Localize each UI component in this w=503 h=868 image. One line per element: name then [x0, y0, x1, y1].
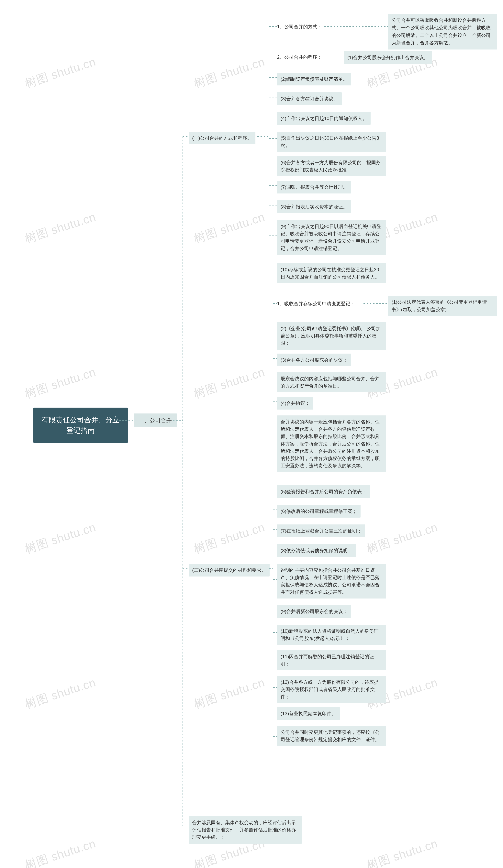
- node-text: (10)新增股东的法人资格证明或自然人的身份证明和《公司股东(发起人)名录》；: [280, 628, 379, 641]
- node-text: (4)自作出决议之日起10日内通知债权人。: [280, 116, 367, 121]
- node-procedure-step-2[interactable]: (2)编制资产负债表及财产清单。: [277, 73, 351, 85]
- node-company-merger[interactable]: 一、公司合并: [134, 413, 177, 427]
- node-text: (13)营业执照副本复印件。: [280, 711, 336, 716]
- node-procedure-step-6[interactable]: (6)合并各方或者一方为股份有限公司的，报国务院授权部门或省级人民政府批准。: [277, 156, 386, 176]
- node-material-8[interactable]: (8)债务清偿或者债务担保的说明；: [277, 544, 356, 557]
- watermark: 树图 shutu.cn: [365, 519, 440, 557]
- node-text: (2)《企业(公司)申请登记委托书》(领取，公司加盖公章)，应标明具体委托事项和…: [280, 326, 381, 346]
- node-materials-requirements[interactable]: (二)公司合并应提交的材料和要求。: [189, 564, 269, 577]
- node-procedure-step-10[interactable]: (10)存续或新设的公司在核准变更登记之日起30日内通知因合并而注销的公司债权人…: [277, 263, 386, 283]
- node-material-5[interactable]: (5)验资报告和合并后公司的资产负债表；: [277, 485, 370, 498]
- node-material-1[interactable]: (1)公司法定代表人签署的《公司变更登记申请书》(领取，公司加盖公章)；: [388, 296, 497, 316]
- node-material-tail[interactable]: 公司合并同时变更其他登记事项的，还应按《公司登记管理条例》规定提交相应的文件、证…: [277, 726, 386, 746]
- node-text: (1)公司法定代表人签署的《公司变更登记申请书》(领取，公司加盖公章)；: [392, 299, 487, 312]
- node-label: 1、公司合并的方式：: [277, 24, 322, 29]
- node-procedure-step-7[interactable]: (7)调账、报表合并等会计处理。: [277, 181, 351, 194]
- watermark: 树图 shutu.cn: [365, 836, 440, 868]
- node-text: (2)编制资产负债表及财产清单。: [280, 76, 348, 82]
- node-text: (4)合并协议；: [280, 401, 310, 406]
- node-label: 一、公司合并: [139, 417, 172, 423]
- watermark: 树图 shutu.cn: [192, 54, 267, 92]
- node-method-procedure[interactable]: (一)公司合并的方式和程序。: [189, 132, 255, 144]
- node-text: (5)自作出决议之日起30日内在报纸上至少公告3次。: [280, 135, 379, 148]
- watermark: 树图 shutu.cn: [192, 674, 267, 712]
- node-text: 股东会决议的内容应包括与哪些公司合并、合并的方式和资产合并的基准日。: [280, 376, 380, 389]
- watermark: 树图 shutu.cn: [23, 364, 98, 402]
- node-material-2[interactable]: (2)《企业(公司)申请登记委托书》(领取，公司加盖公章)，应标明具体委托事项和…: [277, 322, 386, 350]
- node-text: (6)合并各方或者一方为股份有限公司的，报国务院授权部门或省级人民政府批准。: [280, 160, 381, 173]
- node-material-9[interactable]: (9)合并后新公司股东会的决议；: [277, 605, 351, 618]
- node-merger-type-desc[interactable]: 公司合并可以采取吸收合并和新设合并两种方式。一个公司吸收其他公司为吸收合并，被吸…: [388, 14, 497, 50]
- node-material-10[interactable]: (10)新增股东的法人资格证明或自然人的身份证明和《公司股东(发起人)名录》；: [277, 624, 386, 645]
- node-label: (二)公司合并应提交的材料和要求。: [192, 567, 266, 573]
- watermark: 树图 shutu.cn: [192, 364, 267, 402]
- node-text: (6)修改后的公司章程或章程修正案；: [280, 508, 357, 514]
- node-label: 1、吸收合并存续公司申请变更登记：: [277, 301, 355, 306]
- node-procedure-step-9[interactable]: (9)自作出决议之日起90日以后向登记机关申请登记。吸收合并被吸收公司申请注销登…: [277, 220, 386, 255]
- node-label: (一)公司合并的方式和程序。: [192, 135, 252, 141]
- watermark: 树图 shutu.cn: [23, 519, 98, 557]
- node-procedure-step-5[interactable]: (5)自作出决议之日起30日内在报纸上至少公告3次。: [277, 132, 386, 152]
- mindmap-root[interactable]: 有限责任公司合并、分立登记指南: [33, 407, 128, 443]
- node-material-3b[interactable]: 股东会决议的内容应包括与哪些公司合并、合并的方式和资产合并的基准日。: [277, 372, 386, 392]
- node-procedure-step-3[interactable]: (3)合并各方签订合并协议。: [277, 92, 342, 105]
- watermark: 树图 shutu.cn: [23, 209, 98, 247]
- node-label: 合并涉及国有、集体产权变动的，应经评估后出示评估报告和批准文件，并参照评估后批准…: [192, 820, 296, 840]
- node-material-8b[interactable]: 说明的主要内容应包括合并公司合并基准日资产、负债情况、在申请登记时上述债务是否已…: [277, 564, 386, 599]
- node-label: 2、公司合并的程序：: [277, 54, 322, 60]
- node-text: (9)合并后新公司股东会的决议；: [280, 609, 348, 614]
- root-title: 有限责任公司合并、分立登记指南: [42, 416, 120, 434]
- node-absorb-merger-label[interactable]: 1、吸收合并存续公司申请变更登记：: [277, 301, 355, 307]
- node-material-4b[interactable]: 合并协议的内容一般应包括合并各方的名称、住所和法定代表人，合并各方的评估后净资产…: [277, 415, 386, 472]
- node-merger-type-label[interactable]: 1、公司合并的方式：: [277, 23, 322, 30]
- node-text: (5)验资报告和合并后公司的资产负债表；: [280, 489, 367, 494]
- node-text: (8)债务清偿或者债务担保的说明；: [280, 548, 352, 553]
- node-text: 说明的主要内容应包括合并公司合并基准日资产、负债情况、在申请登记时上述债务是否已…: [280, 567, 380, 595]
- node-material-3[interactable]: (3)合并各方公司股东会的决议；: [277, 353, 351, 366]
- node-text: (1)合并公司股东会分别作出合并决议。: [347, 55, 429, 60]
- watermark: 树图 shutu.cn: [23, 836, 98, 868]
- node-text: (7)调账、报表合并等会计处理。: [280, 184, 348, 190]
- node-text: (10)存续或新设的公司在核准变更登记之日起30日内通知因合并而注销的公司债权人…: [280, 267, 380, 279]
- node-text: (8)合并报表后实收资本的验证。: [280, 204, 348, 209]
- watermark: 树图 shutu.cn: [192, 209, 267, 247]
- node-text: 公司合并同时变更其他登记事项的，还应按《公司登记管理条例》规定提交相应的文件、证…: [280, 730, 380, 742]
- node-text: (12)合并各方或一方为股份有限公司的，还应提交国务院授权部门或者省级人民政府的…: [280, 680, 379, 699]
- node-procedure-step-4[interactable]: (4)自作出决议之日起10日内通知债权人。: [277, 112, 371, 125]
- node-text: (3)合并各方签订合并协议。: [280, 96, 338, 101]
- node-material-13[interactable]: (13)营业执照副本复印件。: [277, 707, 340, 720]
- node-material-11[interactable]: (11)因合并而解散的公司已办理注销登记的证明；: [277, 650, 386, 670]
- watermark: 树图 shutu.cn: [192, 519, 267, 557]
- node-material-6[interactable]: (6)修改后的公司章程或章程修正案；: [277, 505, 361, 518]
- node-merger-procedure-label[interactable]: 2、公司合并的程序：: [277, 54, 322, 60]
- node-procedure-step-1[interactable]: (1)合并公司股东会分别作出合并决议。: [344, 51, 432, 64]
- node-material-12[interactable]: (12)合并各方或一方为股份有限公司的，还应提交国务院授权部门或者省级人民政府的…: [277, 676, 386, 703]
- node-text: (3)合并各方公司股东会的决议；: [280, 357, 348, 363]
- node-state-collective-evaluation[interactable]: 合并涉及国有、集体产权变动的，应经评估后出示评估报告和批准文件，并参照评估后批准…: [189, 816, 302, 844]
- node-procedure-step-8[interactable]: (8)合并报表后实收资本的验证。: [277, 200, 351, 213]
- node-text: 公司合并可以采取吸收合并和新设合并两种方式。一个公司吸收其他公司为吸收合并，被吸…: [392, 18, 491, 45]
- node-text: (7)在报纸上登载合并公告三次的证明；: [280, 528, 362, 534]
- watermark: 树图 shutu.cn: [23, 674, 98, 712]
- node-text: (9)自作出决议之日起90日以后向登记机关申请登记。吸收合并被吸收公司申请注销登…: [280, 224, 381, 251]
- node-material-4[interactable]: (4)合并协议；: [277, 397, 314, 410]
- node-material-7[interactable]: (7)在报纸上登载合并公告三次的证明；: [277, 525, 365, 537]
- node-text: (11)因合并而解散的公司已办理注销登记的证明；: [280, 654, 374, 666]
- node-text: 合并协议的内容一般应包括合并各方的名称、住所和法定代表人，合并各方的评估后净资产…: [280, 419, 380, 468]
- watermark: 树图 shutu.cn: [23, 54, 98, 92]
